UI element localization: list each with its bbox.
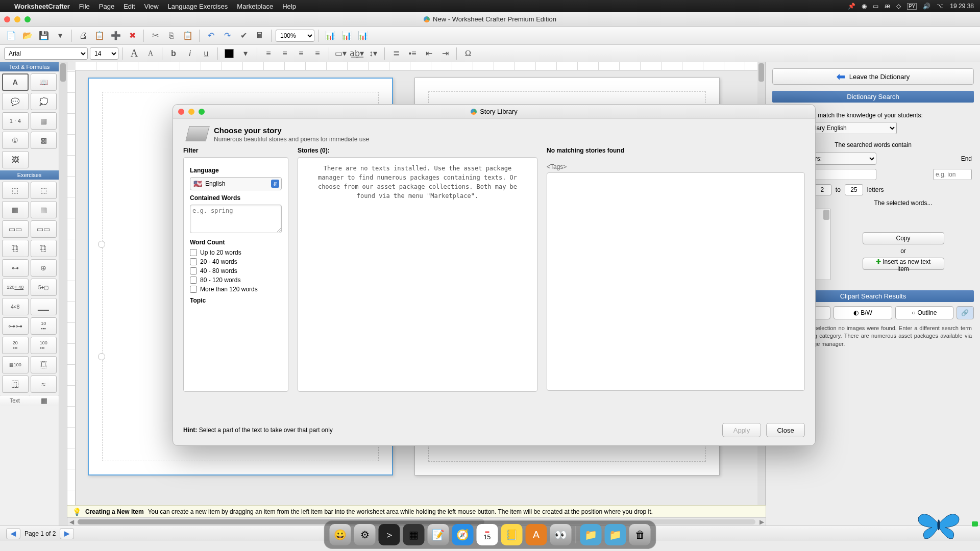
wc-opt-3[interactable]	[190, 277, 197, 284]
contained-words-input[interactable]	[190, 205, 282, 233]
dock-folder2[interactable]: 📁	[605, 524, 626, 545]
stories-list[interactable]: There are no texts installed. Use the as…	[298, 157, 537, 392]
paste-button[interactable]: 📋	[181, 29, 195, 43]
dialog-close-icon[interactable]	[178, 109, 184, 115]
wc-opt-4[interactable]	[190, 286, 197, 293]
traffic-lights-dialog[interactable]	[178, 109, 205, 115]
control-center-icon[interactable]: ⌥	[937, 3, 944, 10]
dock-terminal[interactable]: ＞	[379, 524, 400, 545]
dock-settings[interactable]: ⚙	[354, 524, 376, 545]
numbered-list-button[interactable]: ≣	[389, 46, 403, 61]
cut-button[interactable]: ✂	[148, 29, 162, 43]
wc-opt-1[interactable]	[190, 258, 197, 265]
bold-button[interactable]: b	[166, 46, 181, 61]
end-input[interactable]	[933, 169, 972, 180]
save-button[interactable]: 💾	[37, 29, 51, 43]
calculator-button[interactable]: 🖩	[253, 29, 267, 43]
wordlen-to[interactable]	[845, 184, 863, 195]
tool-ex10[interactable]: ⊕	[31, 259, 57, 277]
font-color-button[interactable]	[222, 46, 236, 61]
chart2-button[interactable]: 📊	[339, 29, 354, 43]
dialog-minimize-icon[interactable]	[188, 109, 194, 115]
tool-ex14[interactable]: ▁▁	[31, 298, 57, 315]
tool-text-grid[interactable]: ▦	[30, 395, 59, 406]
dock-app9[interactable]: A	[526, 524, 547, 545]
vertical-scrollbar-left[interactable]	[59, 62, 67, 532]
underline-button[interactable]: u	[199, 46, 213, 61]
outdent-button[interactable]: ⇤	[422, 46, 436, 61]
tool-ex12[interactable]: 5+▢	[31, 279, 57, 296]
minimize-window-icon[interactable]	[14, 16, 20, 22]
wc-opt-2[interactable]	[190, 267, 197, 274]
clock[interactable]: 19 29 38	[950, 3, 974, 10]
prev-page-button[interactable]: ◀	[6, 528, 20, 539]
tool-book[interactable]: 📖	[31, 73, 57, 91]
bullet-list-button[interactable]: •≡	[405, 46, 420, 61]
menu-language-exercises[interactable]: Language Exercises	[168, 3, 228, 10]
font-select[interactable]: Arial	[4, 47, 88, 60]
tool-image[interactable]: 🖼	[2, 151, 29, 168]
menu-help[interactable]: Help	[282, 3, 296, 10]
dock-folder1[interactable]: 📁	[580, 524, 602, 545]
tool-ex17[interactable]: 20▪▪▪	[2, 337, 29, 354]
open-button[interactable]: 📂	[20, 29, 35, 43]
tool-ex15[interactable]: ⊶⊶	[2, 317, 29, 335]
redo-button[interactable]: ↷	[220, 29, 234, 43]
align-center-button[interactable]: ≡	[278, 46, 292, 61]
omega-button[interactable]: Ω	[461, 46, 475, 61]
apply-button[interactable]: Apply	[722, 423, 761, 437]
wc-opt-0[interactable]	[190, 249, 197, 256]
ab-button[interactable]: a͟b͟▾	[350, 46, 364, 61]
tags-list[interactable]	[547, 172, 805, 391]
dock[interactable]: 😀 ⚙ ＞ ▦ 📝 🧭 ▬15 📒 A 👀 📁 📁 🗑	[324, 520, 656, 549]
align-left-button[interactable]: ≡	[261, 46, 276, 61]
add-page-button[interactable]: ➕	[109, 29, 123, 43]
dock-notes[interactable]: 📒	[501, 524, 523, 545]
menu-page[interactable]: Page	[99, 3, 114, 10]
menu-marketplace[interactable]: Marketplace	[237, 3, 273, 10]
dock-safari[interactable]: 🧭	[452, 524, 474, 545]
tool-ex6[interactable]: ▭▭	[31, 220, 57, 238]
volume-icon[interactable]: 🔊	[923, 3, 930, 10]
tool-ex7[interactable]: ⿻	[2, 240, 29, 257]
tool-ex5[interactable]: ▭▭	[2, 220, 29, 238]
close-window-icon[interactable]	[4, 16, 10, 22]
tool-ex19[interactable]: ▦100	[2, 356, 29, 373]
tool-speech[interactable]: 💬	[2, 93, 29, 110]
undo-button[interactable]: ↶	[204, 29, 218, 43]
wordlen-from[interactable]	[813, 184, 831, 195]
tool-ex1[interactable]: ⬚	[2, 182, 29, 199]
indent-button[interactable]: ⇥	[438, 46, 452, 61]
tool-ex13[interactable]: 4<8	[2, 298, 29, 315]
shield-icon[interactable]: ◇	[896, 3, 901, 10]
line-height-button[interactable]: ↕▾	[366, 46, 380, 61]
font-size-select[interactable]: 14	[90, 47, 118, 60]
app-name[interactable]: WorksheetCrafter	[14, 3, 70, 10]
leave-dictionary-button[interactable]: ⬅ Leave the Dictionary	[772, 68, 974, 85]
tool-qr[interactable]: ▩	[31, 132, 57, 149]
scroll-right-icon[interactable]: ▶	[757, 518, 766, 525]
tool-fraction[interactable]: 14	[2, 112, 29, 130]
clipart-refresh-button[interactable]: 🔗	[957, 306, 974, 319]
tool-ex8[interactable]: ⿻	[31, 240, 57, 257]
tool-ex4[interactable]: ▦	[31, 201, 57, 218]
traffic-lights-main[interactable]	[4, 16, 31, 22]
line-style-button[interactable]: ▭▾	[333, 46, 348, 61]
new-doc-button[interactable]: 📄	[4, 29, 18, 43]
dock-trash[interactable]: 🗑	[629, 524, 651, 545]
py-icon[interactable]: PY	[907, 3, 917, 10]
chart1-button[interactable]: 📊	[323, 29, 337, 43]
font-shrink-button[interactable]: A	[143, 46, 158, 61]
align-right-button[interactable]: ≡	[294, 46, 308, 61]
copy-button-panel[interactable]: Copy	[863, 232, 944, 244]
dialog-maximize-icon[interactable]	[199, 109, 205, 115]
page-anchor-1[interactable]	[98, 241, 105, 248]
font-color-dropdown[interactable]: ▾	[238, 46, 253, 61]
menu-view[interactable]: View	[144, 3, 159, 10]
dock-app4[interactable]: ▦	[403, 524, 425, 545]
tool-number-circle[interactable]: ①	[2, 132, 29, 149]
close-button[interactable]: Close	[766, 423, 805, 437]
dialog-titlebar[interactable]: Story Library	[173, 105, 815, 119]
tool-ex2[interactable]: ⬚	[31, 182, 57, 199]
menu-file[interactable]: File	[79, 3, 90, 10]
